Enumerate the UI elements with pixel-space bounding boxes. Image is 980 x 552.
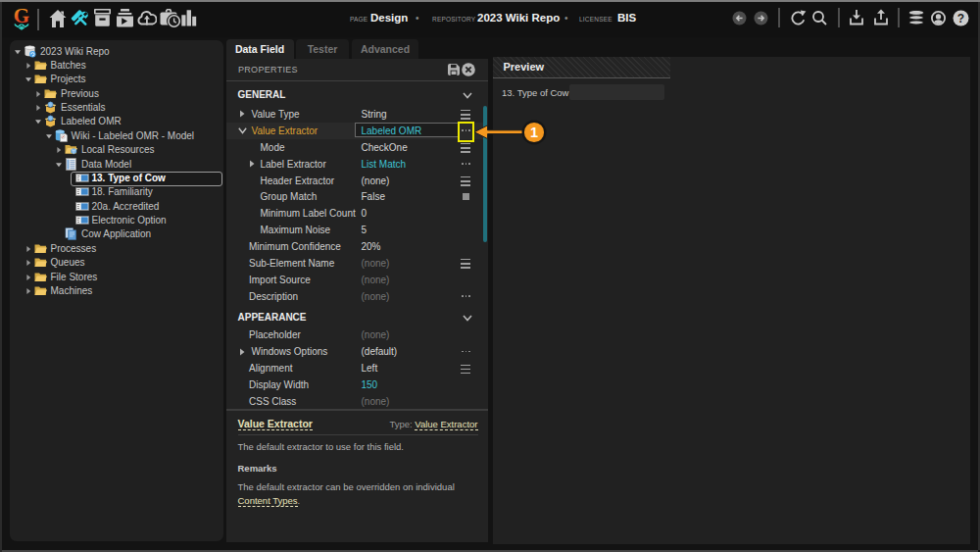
svg-text:G: G [14,5,29,27]
svg-text:?: ? [957,11,964,25]
svg-text:1: 1 [530,125,538,140]
